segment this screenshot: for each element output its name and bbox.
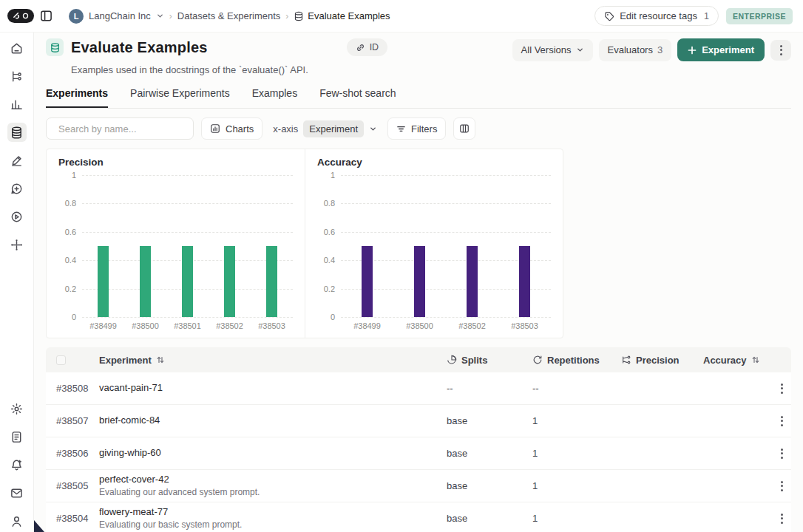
settings-icon[interactable] [7,399,27,418]
experiment-name[interactable]: flowery-meat-77Evaluating our basic syst… [99,506,447,531]
kebab-icon [781,383,783,394]
datasets-icon[interactable] [7,123,27,142]
new-experiment-button[interactable]: Experiment [677,38,765,61]
select-all-checkbox[interactable] [56,355,66,365]
y-tick-label: 0.4 [324,256,335,265]
mail-icon[interactable] [7,483,27,502]
edit-tags-count: 1 [704,11,709,21]
tab-pairwise-experiments[interactable]: Pairwise Experiments [130,87,230,108]
column-precision[interactable]: Precision [621,355,703,366]
y-tick-label: 0.8 [324,199,335,208]
bar[interactable] [467,246,478,317]
bar[interactable] [98,246,109,317]
graph-icon[interactable] [7,235,27,254]
x-tick-label: #38503 [511,321,538,330]
y-tick-label: 0.6 [324,228,335,236]
experiment-name[interactable]: perfect-cover-42Evaluating our advanced … [99,474,447,498]
chevron-down-icon[interactable] [156,12,164,20]
experiment-name[interactable]: giving-whip-60 [99,447,447,460]
pie-chart-icon [447,355,457,365]
sort-icon [751,355,760,364]
row-kebab-menu[interactable] [773,381,790,397]
tab-examples[interactable]: Examples [252,87,297,108]
evaluators-button[interactable]: Evaluators 3 [599,39,672,61]
tab-experiments[interactable]: Experiments [46,87,108,108]
enterprise-badge: ENTERPRISE [726,8,793,24]
feedback-icon[interactable] [7,179,27,198]
xaxis-value[interactable]: Experiment [303,120,364,137]
search-input[interactable] [58,123,189,134]
bar[interactable] [224,246,235,317]
copy-id-button[interactable]: ID [347,38,388,56]
filters-button[interactable]: Filters [387,117,446,140]
table-row[interactable]: #38506giving-whip-60base1 [46,437,791,470]
bar[interactable] [140,246,151,317]
playground-icon[interactable] [7,207,27,226]
tag-icon [604,11,614,21]
repetitions-value: 1 [532,480,621,491]
x-tick-label: #38502 [216,321,243,330]
xaxis-selector[interactable]: x-axis Experiment [270,120,380,137]
bar[interactable] [362,246,373,317]
table-row[interactable]: #38504flowery-meat-77Evaluating our basi… [46,502,791,532]
row-kebab-menu[interactable] [773,446,790,462]
experiment-id: #38505 [46,480,99,491]
home-icon[interactable] [7,38,27,58]
row-kebab-menu[interactable] [773,478,790,494]
logo-glyph-icon [13,12,21,20]
monitoring-icon[interactable] [7,95,27,114]
x-tick-label: #38501 [174,321,201,330]
breadcrumb-current[interactable]: Evaluate Examples [294,10,390,21]
experiment-description: Evaluating our basic system prompt. [99,519,447,531]
tab-few-shot-search[interactable]: Few-shot search [319,87,396,108]
sidebar-toggle-icon[interactable] [40,10,52,22]
columns-button[interactable] [453,117,475,140]
breadcrumb-org[interactable]: LangChain Inc [89,10,151,21]
charts-toggle-button[interactable]: Charts [201,117,262,140]
column-accuracy[interactable]: Accuracy [703,355,773,366]
tracing-projects-icon[interactable] [7,66,27,86]
experiment-name[interactable]: vacant-pain-71 [99,382,447,395]
kebab-icon [780,45,782,55]
charts-panel: Precision00.20.40.60.81#38499#38500#3850… [46,149,563,338]
bar[interactable] [414,246,425,317]
plus-icon [688,46,697,55]
row-kebab-menu[interactable] [773,511,790,527]
edit-resource-tags-button[interactable]: Edit resource tags 1 [594,6,719,26]
column-experiment[interactable]: Experiment [99,355,447,366]
row-kebab-menu[interactable] [773,413,790,429]
bar[interactable] [519,246,530,317]
table-row[interactable]: #38507brief-comic-84base1 [46,405,791,437]
column-repetitions[interactable]: Repetitions [532,355,621,366]
repetitions-value: 1 [532,513,621,524]
org-avatar[interactable]: L [69,9,84,24]
langsmith-logo[interactable] [7,9,34,23]
experiment-id: #38506 [46,448,99,459]
plot-area [82,175,293,317]
bar[interactable] [182,246,193,317]
x-tick-label: #38500 [406,321,433,330]
corner-cursor-artifact [34,520,44,532]
page-title: Evaluate Examples [71,39,208,56]
table-row[interactable]: #38505perfect-cover-42Evaluating our adv… [46,470,791,502]
kebab-icon [781,481,783,491]
dataset-description: Examples used in the docstrings of the `… [71,64,791,75]
breadcrumb-datasets[interactable]: Datasets & Experiments [177,10,280,21]
annotations-icon[interactable] [7,151,27,170]
notifications-icon[interactable] [7,455,27,474]
left-sidebar [0,33,34,532]
header-kebab-menu[interactable] [770,40,791,61]
column-splits[interactable]: Splits [447,355,532,366]
precision-chart: Precision00.20.40.60.81#38499#38500#3850… [47,149,305,338]
docs-icon[interactable] [7,427,27,446]
all-versions-dropdown[interactable]: All Versions [512,39,593,61]
logo-glyph2-icon [22,13,29,19]
profile-icon[interactable] [7,511,27,531]
table-row[interactable]: #38508vacant-pain-71---- [46,372,791,405]
experiment-name[interactable]: brief-comic-84 [99,415,447,427]
edit-tags-label: Edit resource tags [620,10,697,21]
bar[interactable] [266,246,277,317]
gridline [82,232,293,233]
splits-value: base [447,480,532,491]
accuracy-chart: Accuracy00.20.40.60.81#38499#38500#38502… [305,149,563,338]
